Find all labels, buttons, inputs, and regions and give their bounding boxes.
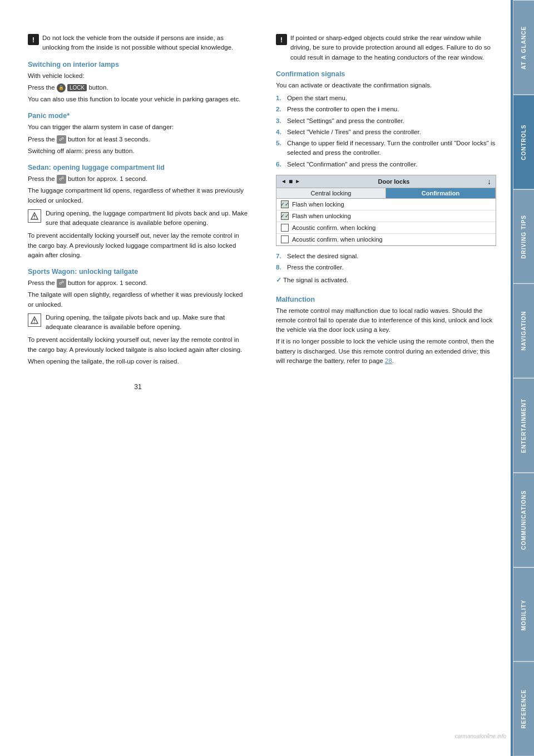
row-flash-locking: ✓ Flash when locking — [276, 199, 496, 210]
note-icon-wagon — [28, 313, 41, 327]
interior-lamps-p3: You can also use this function to locate… — [28, 95, 248, 104]
note-text-wagon: During opening, the tailgate pivots back… — [46, 313, 248, 332]
heading-confirmation: Confirmation signals — [276, 70, 496, 78]
tab-confirmation[interactable]: Confirmation — [386, 188, 496, 198]
note-box-sedan: During opening, the luggage compartment … — [28, 209, 248, 228]
sidebar-tab-controls[interactable]: Controls — [513, 95, 534, 189]
step-4: 4.Select "Vehicle / Tires" and press the… — [276, 127, 496, 137]
panic-mode-p3: Switching off alarm: press any button. — [28, 146, 248, 156]
sedan-luggage-p1: Press the ☍ button for approx. 1 second. — [28, 174, 248, 184]
page-number: 31 — [28, 383, 248, 391]
nav-arrows: ◄ ■ ► — [281, 178, 300, 185]
checkbox-flash-locking[interactable]: ✓ — [281, 200, 289, 208]
step-1: 1.Open the start menu. — [276, 94, 496, 103]
sports-wagon-p2: The tailgate will open slightly, regardl… — [28, 290, 248, 310]
sidebar-tab-reference[interactable]: Reference — [513, 661, 534, 756]
panic-mode-p2: Press the ☍ button for at least 3 second… — [28, 135, 248, 144]
note-box-wagon: During opening, the tailgate pivots back… — [28, 313, 248, 332]
tab-central-locking[interactable]: Central locking — [276, 188, 386, 198]
page-container: ! Do not lock the vehicle from the outsi… — [0, 0, 534, 756]
warning-box-1: ! Do not lock the vehicle from the outsi… — [28, 33, 248, 53]
warning-box-right: ! If pointed or sharp-edged objects coul… — [276, 33, 496, 62]
checkbox-acoustic-unlocking[interactable] — [281, 235, 289, 243]
sports-wagon-p3: To prevent accidentally locking yourself… — [28, 335, 248, 355]
step-5: 5.Change to upper field if necessary. Tu… — [276, 139, 496, 158]
note-icon-sedan — [28, 209, 41, 223]
button-icon-sedan: ☍ — [57, 175, 66, 184]
download-icon: ↓ — [487, 177, 491, 186]
sidebar-tab-navigation[interactable]: Navigation — [513, 283, 534, 378]
button-icon-wagon: ☍ — [57, 279, 66, 288]
sidebar: At a glance Controls Driving tips Naviga… — [513, 0, 534, 756]
sedan-luggage-p3: To prevent accidentally locking yourself… — [28, 231, 248, 260]
row-acoustic-unlocking: Acoustic confirm. when unlocking — [276, 234, 496, 246]
door-locks-header: ◄ ■ ► Door locks ↓ — [276, 175, 496, 188]
interior-lamps-p1: With vehicle locked: — [28, 71, 248, 81]
malfunction-p1: The remote control may malfunction due t… — [276, 306, 496, 335]
door-locks-title: Door locks — [378, 178, 410, 185]
heading-panic-mode: Panic mode* — [28, 112, 248, 120]
sports-wagon-p1: Press the ☍ button for approx. 1 second. — [28, 278, 248, 288]
confirmation-steps: 1.Open the start menu. 2.Press the contr… — [276, 94, 496, 169]
blue-accent-line — [511, 0, 513, 756]
step-3: 3.Select "Settings" and press the contro… — [276, 116, 496, 126]
door-locks-ui: ◄ ■ ► Door locks ↓ Central locking Confi… — [276, 175, 496, 246]
note-text-sedan: During opening, the luggage compartment … — [46, 209, 248, 228]
sidebar-tab-at-glance[interactable]: At a glance — [513, 0, 534, 95]
heading-malfunction: Malfunction — [276, 296, 496, 303]
lock-icon: 🔒 — [57, 84, 66, 92]
warning-icon-right: ! — [276, 34, 287, 45]
confirmation-steps-2: 7.Select the desired signal. 8.Press the… — [276, 252, 496, 273]
confirmation-intro: You can activate or deactivate the confi… — [276, 81, 496, 90]
row-flash-unlocking: ✓ Flash when unlocking — [276, 210, 496, 222]
interior-lamps-p2: Press the 🔒 LOCK button. — [28, 83, 248, 92]
malfunction-p2: If it is no longer possible to lock the … — [276, 337, 496, 366]
checkbox-flash-unlocking[interactable]: ✓ — [281, 212, 289, 220]
step-7: 7.Select the desired signal. — [276, 252, 496, 261]
main-content: ! Do not lock the vehicle from the outsi… — [0, 0, 513, 756]
button-icon-panic: ☍ — [57, 135, 66, 144]
step-6: 6.Select "Confirmation" and press the co… — [276, 160, 496, 169]
sidebar-tab-mobility[interactable]: Mobility — [513, 567, 534, 662]
heading-sports-wagon: Sports Wagon: unlocking tailgate — [28, 268, 248, 276]
checkmark-icon: ✓ — [276, 277, 281, 283]
sidebar-tab-entertainment[interactable]: Entertainment — [513, 378, 534, 473]
page-ref-28[interactable]: 28 — [385, 357, 392, 364]
sedan-luggage-p2: The luggage compartment lid opens, regar… — [28, 186, 248, 205]
heading-sedan-luggage: Sedan: opening luggage compartment lid — [28, 164, 248, 171]
sidebar-tab-driving[interactable]: Driving tips — [513, 189, 534, 284]
right-column: ! If pointed or sharp-edged objects coul… — [268, 33, 496, 734]
step-8: 8.Press the controller. — [276, 263, 496, 272]
warning-icon-1: ! — [28, 34, 39, 45]
svg-point-5 — [34, 322, 35, 323]
watermark: carmanualonline.info — [455, 733, 506, 739]
sidebar-tab-communications[interactable]: Communications — [513, 473, 534, 567]
row-acoustic-locking: Acoustic confirm. when locking — [276, 222, 496, 234]
sports-wagon-p4: When opening the tailgate, the roll-up c… — [28, 357, 248, 366]
left-column: ! Do not lock the vehicle from the outsi… — [28, 33, 256, 734]
door-locks-tabs: Central locking Confirmation — [276, 188, 496, 199]
heading-interior-lamps: Switching on interior lamps — [28, 61, 248, 68]
warning-text-1: Do not lock the vehicle from the outside… — [42, 33, 248, 53]
activation-result: ✓ The signal is activated. — [276, 276, 496, 285]
panic-mode-p1: You can trigger the alarm system in case… — [28, 122, 248, 132]
svg-point-2 — [34, 218, 35, 219]
step-2: 2.Press the controller to open the i men… — [276, 105, 496, 114]
warning-text-right: If pointed or sharp-edged objects could … — [290, 33, 496, 62]
checkbox-acoustic-locking[interactable] — [281, 224, 289, 232]
